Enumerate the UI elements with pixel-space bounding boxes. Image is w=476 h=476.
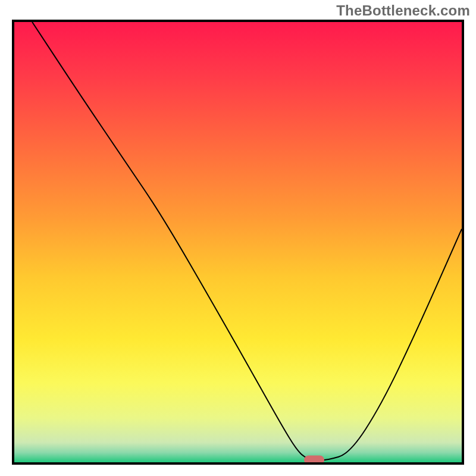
optimal-marker [304,456,324,465]
chart-frame: TheBottleneck.com [0,0,476,476]
bottleneck-curve [32,22,462,460]
curve-layer [14,22,462,462]
watermark-text: TheBottleneck.com [336,2,470,19]
plot-area [12,20,464,465]
